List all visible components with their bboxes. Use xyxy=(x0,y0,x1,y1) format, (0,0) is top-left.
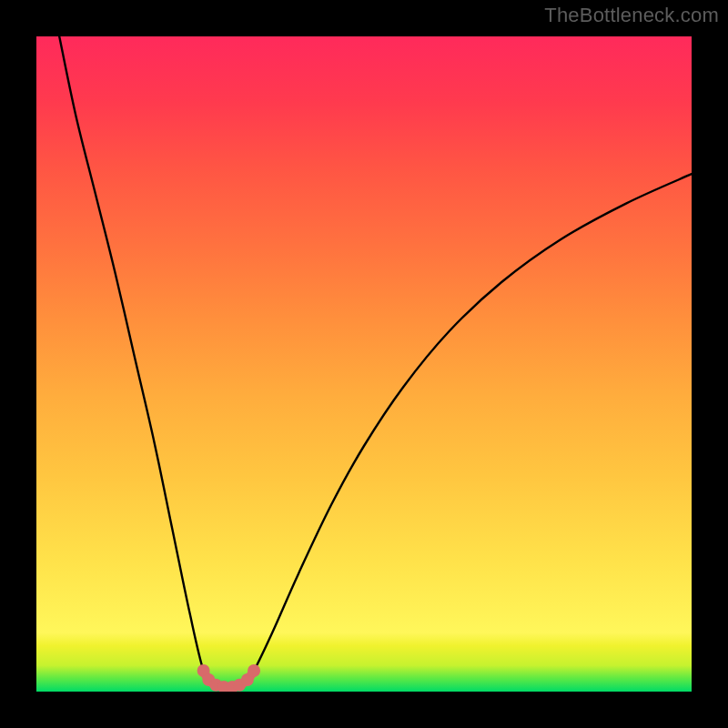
chart-svg xyxy=(36,36,692,692)
curve-line xyxy=(59,36,692,687)
highlight-dot xyxy=(248,664,260,677)
watermark-text: TheBottleneck.com xyxy=(544,4,719,27)
plot-area xyxy=(36,36,692,692)
highlight-dots xyxy=(197,664,260,692)
